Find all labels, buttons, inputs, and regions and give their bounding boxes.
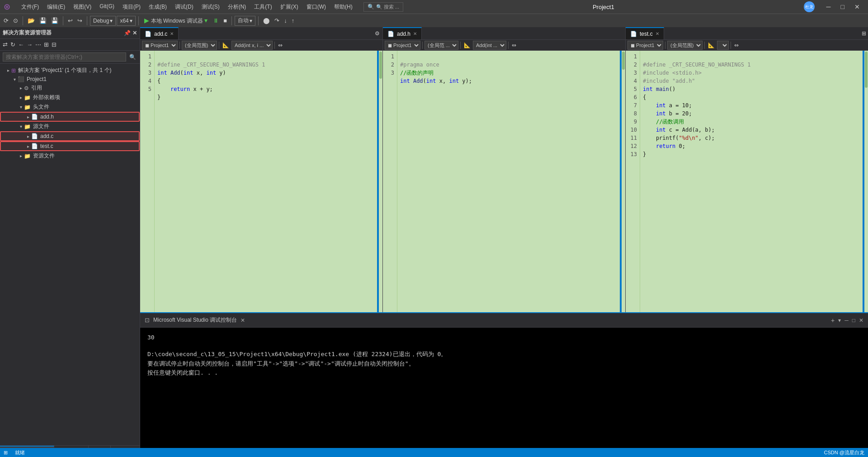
menu-git[interactable]: Git(G) [96, 2, 118, 12]
step-over[interactable]: ↷ [273, 16, 281, 25]
menu-help[interactable]: 帮助(H) [330, 2, 356, 12]
sidebar-search-icon[interactable]: 🔍 [129, 54, 136, 60]
menu-project[interactable]: 项目(P) [119, 2, 144, 12]
editor-settings-addc[interactable]: ⚙ [372, 30, 382, 37]
project-selector-testc[interactable]: ◼ Project1 [627, 41, 663, 50]
minimize-button[interactable]: ─ [822, 2, 835, 11]
redo-button[interactable]: ↪ [75, 16, 84, 25]
undo-button[interactable]: ↩ [66, 16, 75, 25]
menu-view[interactable]: 视图(V) [70, 2, 95, 12]
save[interactable]: 💾 [49, 16, 60, 25]
console-tab-close[interactable]: ✕ [241, 317, 245, 324]
sidebar-item-addh[interactable]: ▸ 📄 add.h [0, 112, 140, 122]
maximize-button[interactable]: □ [836, 2, 849, 11]
menu-bar[interactable]: 文件(F) 编辑(E) 视图(V) Git(G) 项目(P) 生成(B) 调试(… [18, 2, 356, 12]
console-maximize[interactable]: □ [852, 317, 855, 324]
resources-label: 资源文件 [33, 152, 55, 160]
menu-edit[interactable]: 编辑(E) [43, 2, 69, 12]
project-selector-addc[interactable]: ◼ Project1 [142, 41, 178, 50]
new-vert-split[interactable]: ⊞ [860, 30, 868, 37]
sidebar-close-icon[interactable]: ✕ [132, 30, 137, 36]
sidebar-item-ext-deps[interactable]: ▸ 📁 外部依赖项 [0, 93, 140, 102]
testc-tab-close[interactable]: ✕ [656, 31, 659, 36]
editor-toolbar-addh: ◼ Project1 (全局范 ... 📐 Add(int ... ⇔ [383, 40, 625, 51]
addh-tab-close[interactable]: ✕ [413, 31, 417, 36]
sidebar-collapse-icon[interactable]: ⊟ [51, 40, 57, 49]
editor-tab-testc[interactable]: 📄 test.c ✕ [626, 27, 664, 39]
console-minimize[interactable]: ─ [844, 317, 849, 324]
run-label: 本地 Windows 调试器 [151, 18, 205, 24]
search-box[interactable]: 🔍 🔍 搜索 ... [363, 2, 403, 12]
sidebar: 解决方案资源管理器 📌 ✕ ⇄ ↻ ← → ⋯ ⊞ ⊟ 🔍 ▸ ⊞ 解决方案 '… [0, 27, 140, 457]
scroll-thumb-addc[interactable] [379, 52, 382, 79]
sidebar-back-icon[interactable]: ← [17, 40, 25, 49]
expand-addh[interactable]: ⇔ [510, 42, 518, 49]
func-selector-addc[interactable]: Add(int x, i ... [231, 41, 273, 50]
csdn-label: CSDN @流星白龙 [824, 449, 864, 456]
menu-extensions[interactable]: 扩展(X) [277, 2, 302, 12]
sidebar-item-solution[interactable]: ▸ ⊞ 解决方案 'Project1' (1 个项目，共 1 个) [0, 66, 140, 75]
arch-dropdown[interactable]: x64 ▾ [117, 16, 135, 26]
menu-test[interactable]: 测试(S) [198, 2, 223, 12]
project-arrow: ▾ [14, 77, 16, 82]
project-selector-addh[interactable]: ◼ Project1 [385, 41, 420, 50]
editor-tab-addc[interactable]: 📄 add.c ✕ [140, 27, 179, 39]
menu-tools[interactable]: 工具(T) [250, 2, 275, 12]
console-chevron[interactable]: ▾ [838, 317, 841, 324]
console-content[interactable]: 30 D:\code\second_c\13_05_15\Project1\x6… [140, 328, 868, 448]
auto-dropdown[interactable]: 自动 ▾ [235, 16, 255, 26]
sidebar-sync-icon[interactable]: ⇄ [2, 40, 9, 49]
menu-build[interactable]: 生成(B) [145, 2, 170, 12]
sidebar-item-project[interactable]: ▾ ⬛ Project1 [0, 75, 140, 83]
editor-tab-addh[interactable]: 📄 add.h ✕ [383, 27, 422, 39]
addh-tab-icon: 📄 [387, 31, 394, 37]
menu-file[interactable]: 文件(F) [18, 2, 42, 12]
addc-tab-close[interactable]: ✕ [170, 31, 174, 36]
menu-debug[interactable]: 调试(D) [171, 2, 197, 12]
save-all[interactable]: 💾 [38, 16, 48, 25]
sidebar-forward-icon[interactable]: → [26, 40, 33, 49]
func-selector-addh[interactable]: Add(int ... [473, 41, 506, 50]
scope-selector-testc[interactable]: (全局范围) [667, 41, 703, 50]
stop-button[interactable]: ■ [222, 16, 229, 25]
status-text: 就绪 [15, 449, 25, 456]
user-avatar[interactable]: 杜龙 [804, 1, 815, 12]
testc-arrow: ▸ [27, 144, 29, 149]
sidebar-item-addc[interactable]: ▸ 📄 add.c [0, 131, 140, 141]
search-label: 🔍 搜索 ... [376, 4, 399, 10]
back-button[interactable]: ⟳ [2, 16, 10, 25]
scroll-thumb-testc[interactable] [865, 52, 868, 88]
expand-addc[interactable]: ⇔ [277, 42, 284, 49]
solution-open[interactable]: 📂 [26, 16, 37, 25]
scope-selector-addc[interactable]: (全局范围) [182, 41, 217, 50]
func-selector-testc[interactable] [717, 41, 729, 50]
console-close[interactable]: ✕ [859, 317, 863, 324]
sidebar-item-testc[interactable]: ▸ 📄 test.c [0, 141, 140, 151]
sidebar-filter-icon[interactable]: ⋯ [34, 40, 42, 49]
step-into[interactable]: ↓ [282, 16, 289, 25]
scope-selector-addh[interactable]: (全局范 ... [425, 41, 458, 50]
sidebar-item-resources[interactable]: ▸ 📁 资源文件 [0, 151, 140, 161]
close-button[interactable]: ✕ [850, 2, 864, 11]
sidebar-search-input[interactable] [3, 52, 126, 62]
menu-analyze[interactable]: 分析(N) [224, 2, 250, 12]
refresh-button[interactable]: ⊙ [11, 16, 20, 25]
window-controls[interactable]: ─ □ ✕ [822, 2, 864, 11]
debug-config-dropdown[interactable]: Debug ▾ [90, 16, 116, 26]
pause-button[interactable]: ⏸ [211, 16, 221, 25]
sidebar-refresh-icon[interactable]: ↻ [9, 40, 16, 49]
refs-arrow: ▸ [20, 86, 22, 90]
run-button[interactable]: ▶ 本地 Windows 调试器 ▾ [142, 16, 211, 26]
breakpoint-button[interactable]: ⬤ [261, 16, 272, 25]
expand-testc[interactable]: ⇔ [733, 42, 740, 49]
sidebar-item-headers[interactable]: ▾ 📁 头文件 [0, 102, 140, 112]
step-out[interactable]: ↑ [290, 16, 297, 25]
sidebar-expand-icon[interactable]: ⊞ [43, 40, 50, 49]
menu-window[interactable]: 窗口(W) [303, 2, 330, 12]
scroll-thumb-addh[interactable] [622, 52, 625, 70]
sidebar-item-sources[interactable]: ▾ 📁 源文件 [0, 122, 140, 131]
etoolbar-sep2 [219, 42, 219, 49]
sidebar-item-refs[interactable]: ▸ ⚙ 引用 [0, 83, 140, 93]
pin-icon[interactable]: 📌 [124, 30, 131, 36]
console-add-button[interactable]: + [831, 317, 835, 324]
